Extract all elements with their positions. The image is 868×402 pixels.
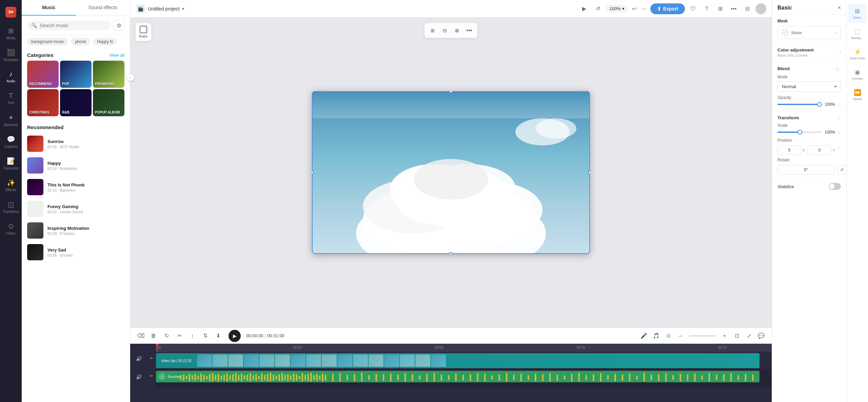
filter-button[interactable]: ⚙ bbox=[114, 20, 124, 31]
right-sidebar-item-background[interactable]: ⬚ Backgr... bbox=[848, 24, 867, 43]
position-x-input[interactable]: 0 bbox=[777, 145, 801, 155]
sidebar-item-audio[interactable]: ♪ Audio bbox=[1, 66, 20, 87]
sidebar-item-media[interactable]: ⊞ Media bbox=[1, 23, 20, 43]
zoom-slider[interactable] bbox=[689, 335, 716, 337]
category-rnb[interactable]: R&B bbox=[60, 89, 92, 116]
category-promising[interactable]: PROMISING bbox=[93, 61, 124, 88]
category-popup[interactable]: POPUP ALBUM bbox=[93, 89, 124, 116]
mask-selector[interactable]: ⊘ None › bbox=[777, 26, 841, 39]
category-pop[interactable]: POP bbox=[60, 61, 92, 88]
timeline-tool-delete[interactable]: 🗑 bbox=[149, 331, 159, 341]
view-all-button[interactable]: View all bbox=[109, 53, 124, 58]
resize-handle-bl[interactable] bbox=[312, 252, 314, 254]
user-avatar[interactable] bbox=[755, 3, 766, 14]
resize-handle-tr[interactable] bbox=[588, 91, 590, 93]
canvas-tool-fill[interactable]: ⊠ bbox=[452, 25, 462, 36]
scale-slider[interactable] bbox=[777, 132, 822, 133]
resize-handle-tm[interactable] bbox=[449, 91, 453, 93]
timeline-tool-split[interactable]: ✂ bbox=[174, 331, 184, 341]
tag-happy[interactable]: Happy N bbox=[93, 38, 117, 45]
scale-keyframe-icon[interactable]: ◇ bbox=[838, 130, 841, 135]
zoom-out-button[interactable]: – bbox=[675, 331, 686, 341]
timeline-tool-select[interactable]: ⌫ bbox=[136, 331, 146, 341]
timeline-tool-merge[interactable]: ↕ bbox=[187, 331, 197, 341]
layout-button[interactable]: ⊟ bbox=[742, 3, 753, 14]
mode-select[interactable]: Normal Multiply Screen Overlay bbox=[777, 81, 841, 92]
track-item-phonk[interactable]: This Is Not Phonk 02:15 · Bgnzinho bbox=[22, 176, 130, 198]
category-recommend[interactable]: RECOMMEND bbox=[27, 61, 59, 88]
sidebar-item-transcript[interactable]: 📝 Transcript bbox=[1, 153, 20, 174]
resize-handle-ml[interactable] bbox=[312, 171, 314, 174]
mic-button[interactable]: 🎤 bbox=[639, 331, 649, 341]
search-input-wrap[interactable]: 🔍 bbox=[27, 21, 111, 30]
volume-icon-video[interactable]: 🔊 bbox=[136, 356, 142, 361]
sidebar-item-text[interactable]: T Text bbox=[1, 88, 20, 108]
canvas-tool-crop[interactable]: ⊟ bbox=[439, 25, 450, 36]
track-item-inspiring[interactable]: Inspiring Motivation 02:28 · D'Santos bbox=[22, 220, 130, 241]
undo-button[interactable]: ↩ bbox=[631, 4, 638, 14]
comment-button[interactable]: 💬 bbox=[756, 331, 766, 341]
search-input[interactable] bbox=[40, 23, 107, 28]
mute-button[interactable]: ⊙ bbox=[663, 331, 673, 341]
shield-button[interactable]: 🛡 bbox=[688, 3, 698, 14]
track-item-verysad[interactable]: Very Sad 03:36 · Enchan bbox=[22, 241, 130, 263]
project-dropdown-arrow[interactable]: ▾ bbox=[182, 6, 184, 11]
resize-handle-br[interactable] bbox=[588, 252, 590, 254]
right-sidebar-item-smart[interactable]: ⚡ Smart tools bbox=[848, 45, 867, 64]
right-sidebar-item-animate[interactable]: ◉ Animate bbox=[848, 65, 867, 84]
tag-background-music[interactable]: background music bbox=[27, 38, 68, 45]
track-item-funny[interactable]: Funny Gaming 00:31 · Lestari Sound bbox=[22, 198, 130, 220]
sidebar-item-filters[interactable]: ⊙ Filters bbox=[1, 218, 20, 239]
stabilize-toggle[interactable] bbox=[829, 183, 841, 190]
right-sidebar-item-basic[interactable]: ⊞ Basic bbox=[848, 4, 867, 23]
zoom-section[interactable]: 100% ▾ bbox=[606, 5, 628, 13]
loop-button[interactable]: ↺ bbox=[592, 3, 603, 14]
tab-sound-effects[interactable]: Sound effects bbox=[76, 0, 130, 16]
rotate-left-button[interactable]: ↺ bbox=[837, 165, 847, 175]
edit-icon-video[interactable]: ✏ bbox=[150, 356, 153, 361]
help-button[interactable]: ? bbox=[701, 3, 712, 14]
timeline-play-button[interactable]: ▶ bbox=[229, 330, 241, 342]
canvas-toolbar-more[interactable]: ••• bbox=[464, 25, 475, 36]
sidebar-item-transitions[interactable]: ◫ Transitions bbox=[1, 197, 20, 217]
category-christmas[interactable]: CHRISTMAS bbox=[27, 89, 59, 116]
fit-button[interactable]: ⊡ bbox=[732, 331, 742, 341]
resize-handle-tl[interactable] bbox=[312, 91, 314, 93]
track-item-sunrise[interactable]: Sunrise 00:31 · BCD Studio bbox=[22, 133, 130, 155]
sidebar-item-elements[interactable]: ✦ Elements bbox=[1, 110, 20, 130]
position-y-input[interactable]: 0 bbox=[808, 145, 831, 155]
sidebar-item-effects[interactable]: ✨ Effects bbox=[1, 175, 20, 195]
tab-music[interactable]: Music bbox=[22, 0, 76, 16]
transform-keyframe-icon[interactable]: ◇ bbox=[838, 116, 841, 120]
color-adjustment-section[interactable]: Color adjustment Basic,HSL,Curves › bbox=[772, 43, 846, 62]
categories-next-arrow[interactable]: › bbox=[127, 74, 134, 81]
sidebar-item-captions[interactable]: 💬 Captions bbox=[1, 132, 20, 152]
sidebar-item-templates[interactable]: ⬛ Templates bbox=[1, 45, 20, 65]
timeline-tool-undo[interactable]: ↻ bbox=[161, 331, 172, 341]
position-keyframe-icon[interactable]: ◇ bbox=[838, 145, 841, 155]
tag-phonk[interactable]: phonk bbox=[71, 38, 90, 45]
resize-handle-bm[interactable] bbox=[449, 252, 453, 254]
timeline-tool-export[interactable]: ⬇ bbox=[213, 331, 223, 341]
audio-mix-button[interactable]: 🎵 bbox=[651, 331, 661, 341]
canvas-frame[interactable] bbox=[312, 91, 590, 254]
opacity-slider[interactable] bbox=[777, 104, 822, 105]
ratio-button[interactable]: Ratio bbox=[136, 23, 151, 41]
opacity-keyframe-icon[interactable]: ◇ bbox=[838, 102, 841, 107]
more-button[interactable]: ••• bbox=[728, 3, 739, 14]
right-panel-close-button[interactable]: × bbox=[838, 5, 841, 11]
play-button-top[interactable]: ▶ bbox=[579, 3, 590, 14]
right-sidebar-item-speed[interactable]: ⏩ Speed bbox=[848, 85, 867, 104]
canvas-tool-fit[interactable]: ⊞ bbox=[427, 25, 438, 36]
redo-button[interactable]: ↪ bbox=[640, 4, 648, 14]
fullscreen-button[interactable]: ⤢ bbox=[744, 331, 754, 341]
grid-button[interactable]: ⊞ bbox=[715, 3, 726, 14]
timeline-tool-flip[interactable]: ⇅ bbox=[200, 331, 210, 341]
color-adj-row[interactable]: Color adjustment Basic,HSL,Curves › bbox=[777, 47, 841, 57]
export-button[interactable]: ⬆ Export bbox=[650, 3, 685, 14]
audio-track[interactable]: ♪ Sunrise // Generate waveform bars inli… bbox=[156, 371, 760, 382]
zoom-in-button[interactable]: + bbox=[719, 331, 730, 341]
resize-handle-mr[interactable] bbox=[588, 171, 590, 174]
volume-icon-audio[interactable]: 🔊 bbox=[136, 374, 142, 380]
edit-icon-audio[interactable]: ✏ bbox=[150, 374, 153, 378]
